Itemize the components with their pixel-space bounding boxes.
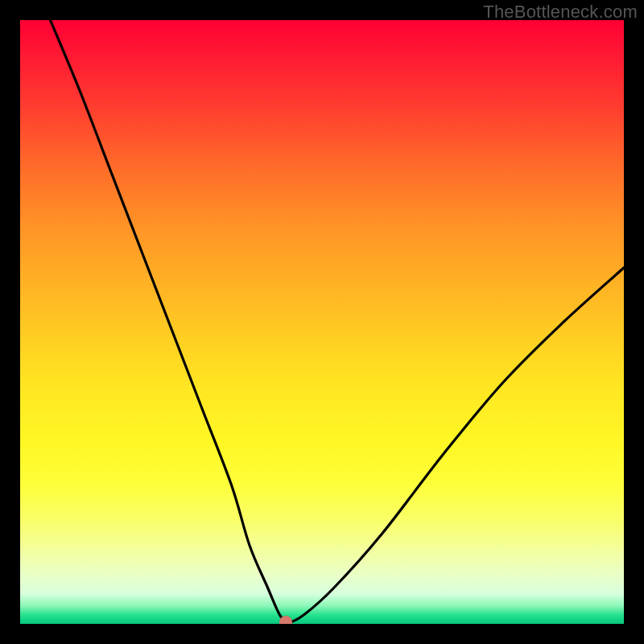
chart-frame: TheBottleneck.com	[0, 0, 644, 644]
optimal-point-marker	[279, 616, 292, 624]
bottleneck-curve	[20, 20, 624, 624]
plot-area	[20, 20, 624, 624]
watermark-text: TheBottleneck.com	[483, 2, 638, 23]
